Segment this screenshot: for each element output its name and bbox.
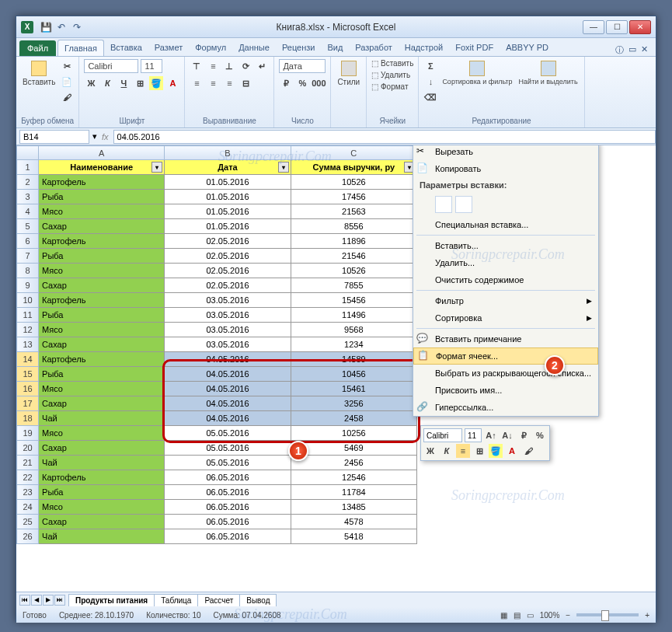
cell[interactable]: 02.05.2016 (165, 264, 291, 278)
select-all-corner[interactable] (17, 146, 39, 160)
cell[interactable]: Рыба (39, 190, 165, 204)
row-header-2[interactable]: 2 (17, 175, 39, 190)
row-header-23[interactable]: 23 (17, 485, 39, 500)
cells-insert-button[interactable]: ⬚ Вставить (371, 59, 413, 68)
table-header-0[interactable]: Наименование▾ (39, 160, 165, 175)
fill-color-button[interactable]: 🪣 (149, 76, 163, 90)
mini-align-center-icon[interactable]: ≡ (456, 444, 470, 458)
sheet-tab[interactable]: Вывод (239, 594, 277, 606)
mini-italic-button[interactable]: К (440, 444, 454, 458)
cell[interactable]: 17456 (291, 190, 416, 204)
cell[interactable]: 9568 (291, 323, 416, 337)
cell[interactable]: Картофель (39, 234, 165, 249)
ribbon-tab-9[interactable]: Foxit PDF (449, 40, 500, 56)
cell[interactable]: Мясо (39, 323, 165, 337)
zoom-out-button[interactable]: − (566, 611, 570, 620)
sheet-tab[interactable]: Рассчет (197, 594, 240, 606)
row-header-10[interactable]: 10 (17, 293, 39, 308)
ribbon-tab-5[interactable]: Рецензи (276, 40, 322, 56)
merge-icon[interactable]: ⊟ (239, 76, 252, 90)
view-layout-icon[interactable]: ▤ (514, 611, 521, 620)
autosum-icon[interactable]: Σ (423, 59, 437, 73)
row-header-6[interactable]: 6 (17, 234, 39, 249)
row-header-24[interactable]: 24 (17, 500, 39, 515)
row-header-7[interactable]: 7 (17, 249, 39, 264)
mini-grow-font-icon[interactable]: A↑ (484, 428, 498, 442)
view-normal-icon[interactable]: ▦ (500, 611, 507, 620)
cell[interactable]: 15461 (291, 382, 416, 396)
cell[interactable]: 3256 (291, 396, 416, 411)
cell[interactable]: Рыба (39, 485, 165, 500)
menu-paste-special[interactable]: Специальная вставка... (413, 216, 598, 233)
row-header-1[interactable]: 1 (17, 160, 39, 175)
row-header-15[interactable]: 15 (17, 367, 39, 382)
cell[interactable]: 05.05.2016 (165, 426, 291, 441)
row-header-13[interactable]: 13 (17, 337, 39, 352)
redo-icon[interactable]: ↷ (71, 21, 83, 33)
cell[interactable]: Рыба (39, 308, 165, 323)
align-left-icon[interactable]: ≡ (190, 76, 204, 90)
ribbon-tab-2[interactable]: Размет (148, 40, 189, 56)
cell[interactable]: 04.05.2016 (165, 396, 291, 411)
ribbon-tab-4[interactable]: Данные (232, 40, 276, 56)
mini-currency-icon[interactable]: ₽ (517, 428, 531, 442)
zoom-in-button[interactable]: + (645, 611, 649, 620)
help-icon[interactable]: ⓘ (615, 44, 624, 56)
cell[interactable]: 4578 (291, 515, 416, 529)
font-name-select[interactable]: Calibri (84, 59, 138, 73)
cell[interactable]: Чай (39, 529, 165, 544)
row-header-20[interactable]: 20 (17, 441, 39, 456)
mini-fill-icon[interactable]: 🪣 (489, 444, 503, 458)
fill-icon[interactable]: ↓ (423, 75, 437, 89)
cell[interactable]: 03.05.2016 (165, 337, 291, 352)
align-middle-icon[interactable]: ≡ (206, 59, 220, 73)
filter-icon[interactable]: ▾ (278, 162, 289, 173)
row-header-4[interactable]: 4 (17, 204, 39, 219)
menu-pick-list[interactable]: Выбрать из раскрывающегося списка... (413, 365, 598, 382)
menu-copy[interactable]: 📄Копировать (413, 160, 598, 177)
cell[interactable]: 2456 (291, 456, 416, 470)
cell[interactable]: 04.05.2016 (165, 352, 291, 367)
cell[interactable]: 01.05.2016 (165, 175, 291, 190)
number-format-select[interactable]: Дата (279, 59, 326, 73)
cell[interactable]: 5469 (291, 441, 416, 456)
row-header-16[interactable]: 16 (17, 382, 39, 396)
cell[interactable]: 06.05.2016 (165, 485, 291, 500)
clear-icon[interactable]: ⌫ (423, 90, 437, 104)
align-bottom-icon[interactable]: ⊥ (222, 59, 236, 73)
row-header-25[interactable]: 25 (17, 515, 39, 529)
row-header-17[interactable]: 17 (17, 396, 39, 411)
cell[interactable]: 11784 (291, 485, 416, 500)
mini-border-icon[interactable]: ⊞ (472, 444, 486, 458)
ribbon-tab-3[interactable]: Формул (189, 40, 232, 56)
menu-insert-comment[interactable]: 💬Вставить примечание (413, 330, 598, 347)
col-header-B[interactable]: B (165, 146, 291, 160)
doc-close-icon[interactable]: ✕ (641, 44, 648, 56)
cell[interactable]: 7855 (291, 278, 416, 293)
cell[interactable]: 15456 (291, 293, 416, 308)
cell[interactable]: 02.05.2016 (165, 249, 291, 264)
cell[interactable]: Рыба (39, 249, 165, 264)
cell[interactable]: Сахар (39, 337, 165, 352)
close-button[interactable]: ✕ (629, 20, 651, 34)
ribbon-tab-7[interactable]: Разработ (349, 40, 398, 56)
cell[interactable]: 06.05.2016 (165, 529, 291, 544)
table-header-1[interactable]: Дата▾ (165, 160, 291, 175)
row-header-12[interactable]: 12 (17, 323, 39, 337)
zoom-slider[interactable] (576, 613, 639, 616)
ribbon-tab-1[interactable]: Вставка (104, 40, 148, 56)
mini-percent-icon[interactable]: % (533, 428, 547, 442)
mini-font-size[interactable]: 11 (465, 428, 482, 442)
formula-input[interactable]: 04.05.2016 (113, 130, 656, 144)
cell[interactable]: Мясо (39, 382, 165, 396)
orientation-icon[interactable]: ⟳ (239, 59, 252, 73)
menu-delete[interactable]: Удалить... (413, 254, 598, 271)
cell[interactable]: Чай (39, 411, 165, 426)
menu-hyperlink[interactable]: 🔗Гиперссылка... (413, 399, 598, 416)
menu-cut[interactable]: ✂Вырезать (413, 145, 598, 160)
cell[interactable]: Сахар (39, 278, 165, 293)
cells-format-button[interactable]: ⬚ Формат (371, 82, 408, 91)
cell[interactable]: 11896 (291, 234, 416, 249)
cell[interactable]: 11496 (291, 308, 416, 323)
cell[interactable]: Чай (39, 456, 165, 470)
